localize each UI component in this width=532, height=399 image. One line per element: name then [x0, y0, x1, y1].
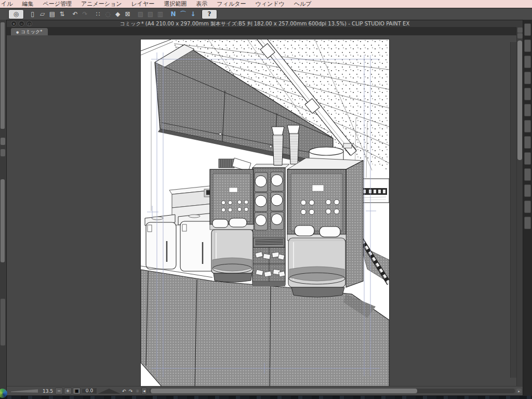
zoom-value: 13.5 [39, 389, 53, 394]
rotation-slider[interactable] [98, 388, 121, 394]
desktop-wallpaper-sliver [0, 396, 532, 399]
collapse-button[interactable]: ◂ [141, 388, 147, 394]
menu-edit[interactable]: 編集 [18, 0, 38, 8]
palette-tab[interactable] [524, 56, 531, 68]
rotate-right-button[interactable]: ↷ [127, 389, 134, 394]
palette-tab[interactable] [524, 136, 531, 149]
zoom-in-button[interactable]: + [64, 388, 72, 394]
palette-tab[interactable] [524, 88, 531, 100]
tab-modified-dot-icon: ● [16, 30, 19, 34]
menu-file-partial[interactable]: イル [0, 0, 18, 8]
rotate-left-button[interactable]: ↶ [121, 389, 127, 394]
trash-icon[interactable] [1, 138, 5, 145]
window-controls: × − □ [11, 21, 32, 26]
vertical-scrollbar[interactable] [516, 27, 523, 387]
menu-window[interactable]: ウィンドウ [250, 0, 289, 8]
palette-tab[interactable] [524, 104, 531, 116]
transform-icon[interactable]: ⊠ [123, 10, 132, 19]
fill-tool-icon[interactable]: ◆ [113, 10, 122, 19]
vertical-scrollbar-spacer [510, 42, 516, 378]
canvas-tab-bar: ● コミック* [7, 27, 523, 35]
save-file-icon[interactable]: ▤ [48, 10, 57, 19]
palette-tab[interactable] [524, 152, 531, 165]
palette-tab[interactable] [524, 23, 531, 36]
wrench-icon[interactable] [1, 149, 5, 156]
menu-view[interactable]: 表示 [191, 0, 212, 8]
left-palette-sliver [0, 8, 6, 399]
snap-ruler-icon[interactable]: ▨ [136, 10, 145, 19]
canvas-page[interactable] [141, 39, 389, 387]
scroll-right-icon[interactable]: ▸ [516, 389, 522, 393]
horizontal-scrollbar[interactable] [150, 389, 515, 393]
menu-bar: イル 編集 ページ管理 アニメーション レイヤー 選択範囲 表示 フィルター ウ… [0, 0, 532, 8]
snap-line-icon[interactable]: N [169, 10, 178, 19]
tool-palette-fragment[interactable] [1, 22, 5, 129]
new-file-icon[interactable]: ▯ [28, 10, 37, 19]
zoom-out-button[interactable]: − [55, 388, 63, 394]
scroll-up-icon[interactable] [517, 28, 523, 33]
maximize-icon[interactable]: □ [26, 21, 32, 26]
tab-comic[interactable]: ● コミック* [11, 28, 48, 35]
vertical-scroll-thumb[interactable] [517, 41, 522, 160]
palette-fragment [1, 299, 5, 345]
palette-tab[interactable] [524, 120, 531, 132]
canvas-workspace[interactable] [7, 35, 516, 387]
canvas-artwork [141, 39, 389, 387]
command-toolbar: ◎ ▯ ▱ ▤ ⇅ ↶ ↷ ∷ ◌ ◆ ⊠ ▨ ▧ ▥ N ⌒ ↓ ? [0, 8, 532, 20]
minimize-icon[interactable]: − [19, 21, 24, 26]
horizontal-scroll-thumb[interactable] [151, 389, 417, 393]
document-title: コミック* (A4 210.00 x 297.00mm 製本サイズ:B5 判 1… [69, 20, 460, 27]
snap-special-ruler-icon[interactable]: ▧ [146, 10, 155, 19]
menu-filter[interactable]: フィルター [212, 0, 250, 8]
deselect-icon[interactable]: ∷ [94, 10, 102, 19]
palette-tab[interactable] [524, 217, 531, 229]
palette-tab[interactable] [524, 168, 531, 181]
clip-studio-logo-icon[interactable]: ◎ [8, 9, 24, 19]
document-title-bar[interactable]: × − □ コミック* (A4 210.00 x 297.00mm 製本サイズ:… [7, 20, 523, 28]
palette-scrollbar-fragment[interactable] [1, 179, 5, 262]
right-palette-sliver [523, 20, 532, 399]
menu-animation[interactable]: アニメーション [76, 0, 127, 8]
zoom-slider[interactable] [11, 389, 38, 393]
palette-tab[interactable] [524, 72, 531, 84]
palette-tab[interactable] [524, 39, 531, 52]
menu-page-management[interactable]: ページ管理 [38, 0, 77, 8]
redo-icon[interactable]: ↷ [81, 10, 89, 19]
palette-tab[interactable] [524, 184, 531, 197]
snap-grid-icon[interactable]: ▥ [156, 10, 165, 19]
rotation-value: 0.0 [82, 388, 97, 394]
undo-icon[interactable]: ↶ [71, 10, 79, 19]
help-icon[interactable]: ? [202, 9, 217, 19]
reselect-icon[interactable]: ◌ [103, 10, 112, 19]
canvas-status-bar: 13.5 − + ■ 0.0 ↶ ↷ ☼ ◂ ▸ [7, 386, 523, 395]
fit-to-window-button[interactable]: ■ [73, 388, 81, 394]
lid-shelf [252, 164, 289, 286]
size-stepper-icon[interactable]: ⇅ [58, 10, 66, 19]
scroll-up-icon[interactable] [517, 33, 523, 38]
document-window: × − □ コミック* (A4 210.00 x 297.00mm 製本サイズ:… [6, 20, 523, 396]
tab-label: コミック* [21, 29, 42, 35]
reset-view-button[interactable]: ☼ [134, 389, 141, 394]
close-icon[interactable]: × [11, 21, 17, 26]
menu-layer[interactable]: レイヤー [127, 0, 159, 8]
snap-curve-icon[interactable]: ⌒ [179, 10, 188, 19]
snap-pin-icon[interactable]: ↓ [189, 10, 197, 19]
palette-tab[interactable] [524, 201, 531, 213]
menu-selection[interactable]: 選択範囲 [159, 0, 191, 8]
menu-help[interactable]: ヘルプ [289, 0, 316, 8]
open-file-icon[interactable]: ▱ [38, 10, 47, 19]
